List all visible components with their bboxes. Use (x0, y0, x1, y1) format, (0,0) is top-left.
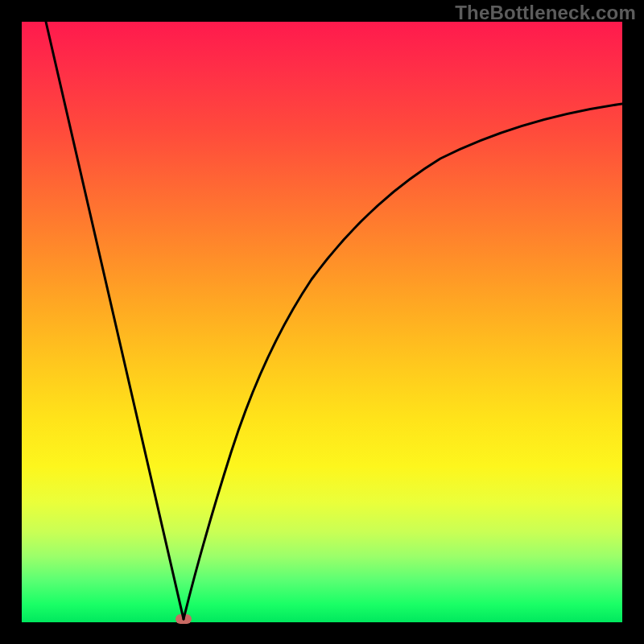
bottleneck-curve (22, 22, 622, 622)
plot-area (22, 22, 622, 622)
chart-frame: TheBottleneck.com (0, 0, 644, 644)
curve-left-branch (46, 22, 184, 619)
curve-right-branch (184, 104, 622, 619)
watermark-text: TheBottleneck.com (455, 2, 636, 24)
